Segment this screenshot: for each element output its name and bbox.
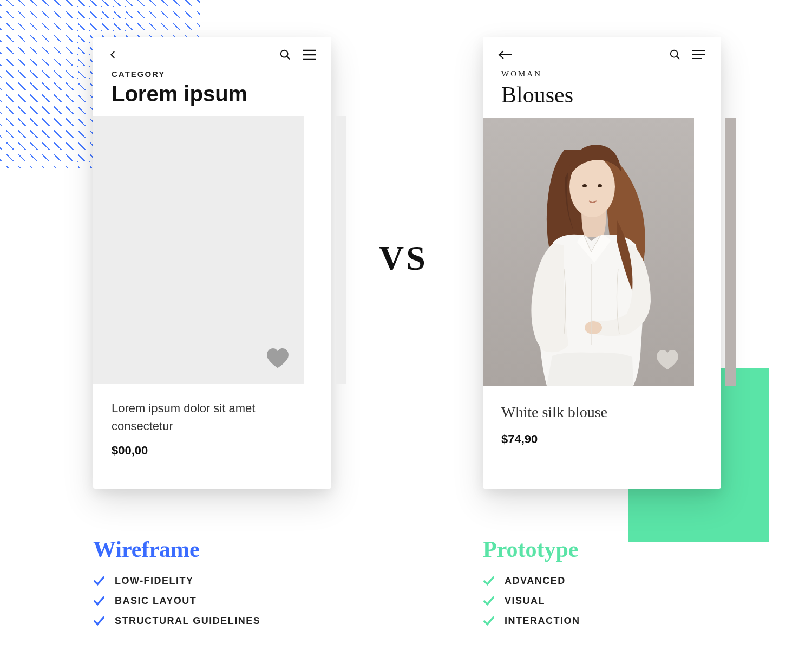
prototype-bullet: INTERACTION [505,615,580,627]
wireframe-category-label: CATEGORY [112,69,313,79]
list-item: INTERACTION [483,615,580,627]
prototype-header: WOMAN Blouses [483,66,721,118]
wireframe-page-title: Lorem ipsum [112,82,313,106]
model-photo-illustration [483,118,694,386]
wireframe-next-card-peek [336,116,346,384]
prototype-section-title: Prototype [483,536,580,562]
wireframe-bullet: BASIC LAYOUT [115,595,197,607]
vs-divider: VS [379,238,428,278]
prototype-page-title: Blouses [501,82,703,108]
list-item: BASIC LAYOUT [93,595,260,607]
wireframe-section: Wireframe LOW-FIDELITY BASIC LAYOUT STRU… [93,536,260,635]
wireframe-section-title: Wireframe [93,536,260,562]
list-item: VISUAL [483,595,580,607]
check-icon [93,596,105,606]
check-icon [483,596,495,606]
menu-icon[interactable] [692,50,706,60]
prototype-section: Prototype ADVANCED VISUAL INTERACTION [483,536,580,635]
prototype-product-info: White silk blouse $74,90 [483,386,721,466]
wireframe-header: CATEGORY Lorem ipsum [93,66,331,116]
svg-point-5 [585,321,602,334]
wireframe-product-name: Lorem ipsum dolor sit amet consectetur [112,399,313,435]
prototype-product-name: White silk blouse [501,401,703,424]
prototype-product-image[interactable] [483,118,694,386]
prototype-bullet: ADVANCED [505,575,566,587]
svg-point-4 [598,184,602,187]
list-item: STRUCTURAL GUIDELINES [93,615,260,627]
check-icon [483,576,495,586]
wireframe-bullet: STRUCTURAL GUIDELINES [115,615,260,627]
wireframe-product-image-placeholder[interactable] [93,116,304,384]
prototype-next-card-peek [725,118,736,386]
svg-point-1 [671,50,678,57]
search-icon[interactable] [279,49,291,61]
wireframe-phone-mockup: CATEGORY Lorem ipsum Lorem ipsum dolor s… [93,37,331,489]
check-icon [483,616,495,626]
wireframe-bullet: LOW-FIDELITY [115,575,194,587]
prototype-bullet: VISUAL [505,595,545,607]
menu-icon[interactable] [302,49,316,60]
check-icon [93,576,105,586]
check-icon [93,616,105,626]
back-icon[interactable] [108,50,118,60]
search-icon[interactable] [669,49,681,61]
list-item: ADVANCED [483,575,580,587]
list-item: LOW-FIDELITY [93,575,260,587]
prototype-topbar [483,37,721,66]
wireframe-product-price: $00,00 [112,444,313,458]
wireframe-product-info: Lorem ipsum dolor sit amet consectetur $… [93,384,331,477]
svg-point-0 [281,50,288,57]
heart-icon[interactable] [656,350,679,370]
prototype-phone-mockup: WOMAN Blouses [483,37,721,489]
back-arrow-icon[interactable] [498,50,513,60]
heart-icon[interactable] [266,348,289,369]
wireframe-topbar [93,37,331,66]
prototype-category-label: WOMAN [501,69,703,79]
prototype-product-price: $74,90 [501,432,703,446]
svg-point-3 [582,184,587,187]
